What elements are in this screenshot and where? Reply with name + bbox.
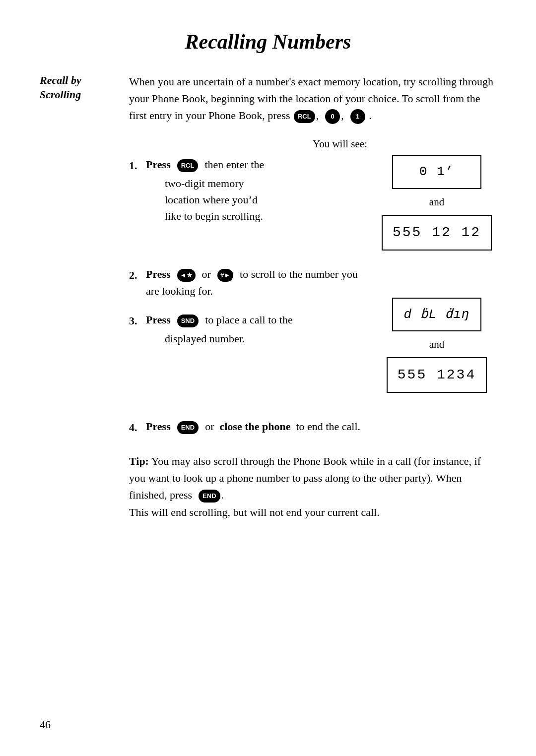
spacer-2 [129,359,372,418]
rcl-button-intro: RCL, 0, 1 . [293,109,372,122]
main-content: When you are uncertain of a number's exa… [129,73,496,521]
step-1-content: Press RCL then enter the two-digit memor… [146,156,372,224]
step-2-content: Press ◄★ or #► to scroll to the number y… [146,266,372,300]
page-number: 46 [40,718,51,731]
step-4-number: 4. [129,419,146,436]
one-btn: 1 [350,109,365,124]
intro-paragraph: When you are uncertain of a number's exa… [129,73,496,124]
rcl-btn: RCL [294,110,315,123]
step-1-row: 1. Press RCL then enter the two-digit me… [129,156,372,224]
sidebar-label: Recall by Scrolling [40,73,129,102]
page-title: Recalling Numbers [40,30,496,54]
step-1-number: 1. [129,157,146,174]
step-4-row: 4. Press END or close the phone to end t… [129,418,372,436]
you-will-see-label: You will see: [129,136,372,152]
step-3-content: Press SND to place a call to the display… [146,312,372,347]
and-2: and [429,336,444,353]
and-1: and [429,194,444,210]
left-sidebar: Recall by Scrolling [40,73,129,521]
tip-end-btn: END [199,490,220,503]
step1-rcl-btn: RCL [177,159,199,172]
step2-right-btn: #► [217,269,233,282]
page: Recalling Numbers Recall by Scrolling Wh… [0,0,536,756]
display-4: 555 1234 [387,357,487,392]
step2-left-btn: ◄★ [177,269,196,282]
steps-column: You will see: 1. Press RCL then enter th… [129,136,372,448]
display-1: 0 1’ [392,155,481,189]
step-3-row: 3. Press SND to place a call to the disp… [129,312,372,347]
spacer-1 [129,236,372,266]
displays-column: 0 1’ and 555 12 12 d ḃL ḋıŋ and 555 1234 [377,136,496,448]
step-1-indent: two-digit memory location where you’d li… [146,175,372,224]
display-3: d ḃL ḋıŋ [392,298,481,331]
display-2: 555 12 12 [382,215,492,250]
step4-end-btn: END [177,421,199,434]
step-3-number: 3. [129,313,146,329]
steps-displays-area: You will see: 1. Press RCL then enter th… [129,136,496,448]
step3-snd-btn: SND [177,315,199,327]
step-2-number: 2. [129,267,146,284]
step-3-indent: displayed number. [146,330,372,347]
content-area: Recall by Scrolling When you are uncerta… [40,73,496,521]
step-2-row: 2. Press ◄★ or #► to scroll to the numbe… [129,266,372,300]
zero-btn: 0 [325,109,340,124]
step-4-content: Press END or close the phone to end the … [146,418,372,435]
tip-section: Tip: You may also scroll through the Pho… [129,453,496,520]
